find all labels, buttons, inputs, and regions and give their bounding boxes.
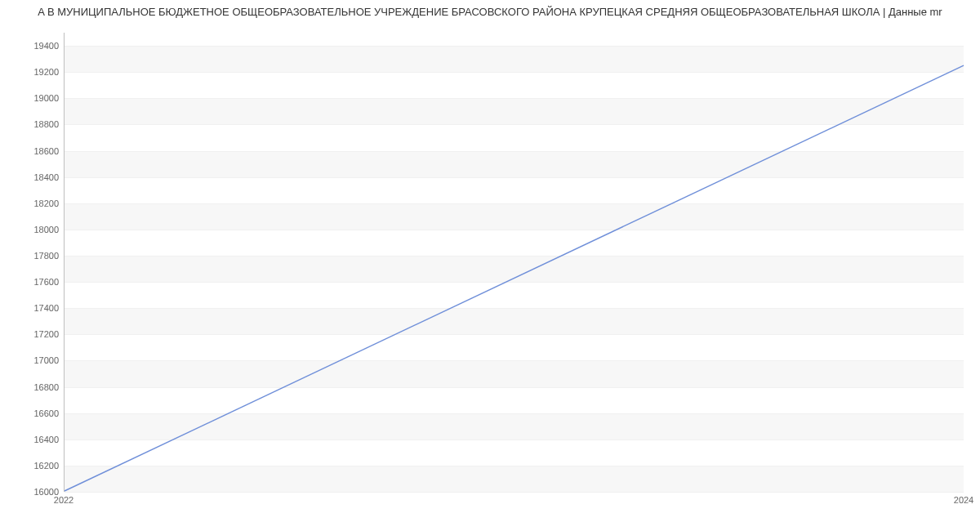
y-tick-label: 17400 [10, 303, 59, 313]
y-tick-label: 18400 [10, 172, 59, 182]
y-tick-label: 16400 [10, 435, 59, 444]
y-tick-label: 19400 [10, 41, 59, 51]
y-tick-label: 16800 [10, 382, 59, 392]
y-tick-label: 17600 [10, 277, 59, 287]
grid-line [65, 492, 964, 493]
y-tick-label: 18800 [10, 119, 59, 129]
x-tick-label: 2022 [54, 495, 74, 505]
plot-area [64, 33, 964, 492]
y-tick-label: 19200 [10, 67, 59, 77]
chart-container: A В МУНИЦИПАЛЬНОЕ БЮДЖЕТНОЕ ОБЩЕОБРАЗОВА… [0, 0, 980, 531]
y-tick-label: 18200 [10, 199, 59, 208]
line-series [65, 33, 964, 491]
y-tick-label: 16200 [10, 461, 59, 471]
y-tick-label: 16000 [10, 487, 59, 497]
y-tick-label: 17000 [10, 355, 59, 365]
y-tick-label: 19000 [10, 93, 59, 103]
chart-title: A В МУНИЦИПАЛЬНОЕ БЮДЖЕТНОЕ ОБЩЕОБРАЗОВА… [0, 0, 980, 25]
y-tick-label: 18600 [10, 146, 59, 156]
y-tick-label: 17200 [10, 329, 59, 339]
y-tick-label: 17800 [10, 251, 59, 261]
x-tick-label: 2024 [954, 495, 973, 505]
y-tick-label: 18000 [10, 225, 59, 234]
y-tick-label: 16600 [10, 408, 59, 418]
